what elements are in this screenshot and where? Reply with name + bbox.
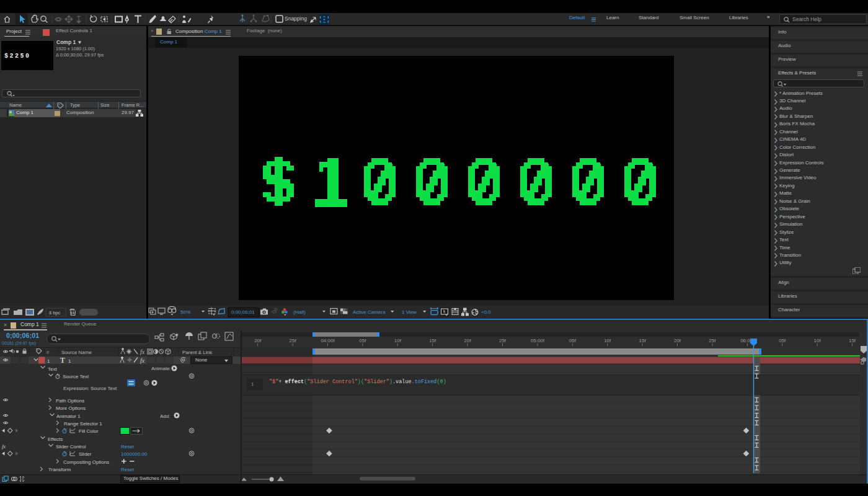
svg-text:1 View: 1 View xyxy=(402,309,417,315)
svg-text:50%: 50% xyxy=(180,309,190,315)
svg-text:Active Camera: Active Camera xyxy=(353,309,386,315)
svg-text:(Half): (Half) xyxy=(293,309,306,315)
svg-text:0;00;06;01: 0;00;06;01 xyxy=(231,309,255,315)
svg-text:8 bpc: 8 bpc xyxy=(49,310,61,316)
svg-text:+0.0: +0.0 xyxy=(481,309,491,315)
